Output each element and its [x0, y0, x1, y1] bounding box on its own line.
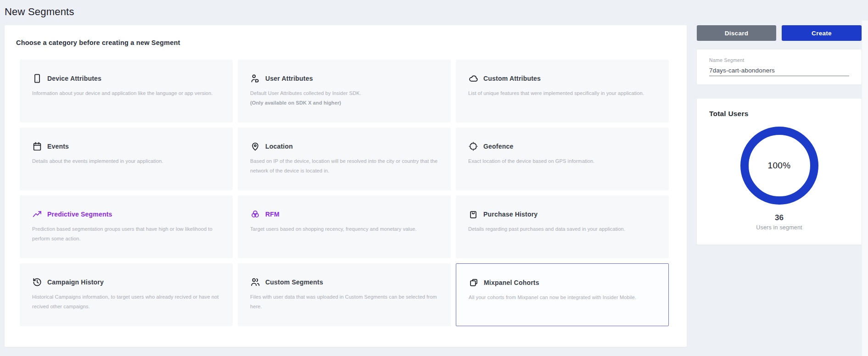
category-card-mixpanel-cohorts[interactable]: Mixpanel CohortsAll your cohorts from Mi…	[456, 263, 669, 326]
category-title: User Attributes	[265, 75, 313, 82]
cohorts-icon	[469, 278, 479, 288]
crosshair-icon	[468, 141, 478, 151]
name-segment-card: Name Segment	[697, 50, 862, 84]
category-description: Default User Attributes collected by Ins…	[250, 89, 444, 108]
total-users-card: Total Users 100% 36 Users in segment	[697, 99, 862, 245]
panel-subtitle: Choose a category before creating a new …	[16, 39, 180, 46]
category-title: Geofence	[483, 143, 513, 150]
category-title-row: RFM	[250, 209, 280, 219]
category-description: List of unique features that were implem…	[468, 89, 662, 98]
category-title-row: Events	[32, 141, 69, 151]
category-description: All your cohorts from Mixpanel can now b…	[469, 293, 662, 302]
user-card-icon	[250, 73, 260, 83]
name-segment-input[interactable]	[709, 65, 849, 76]
category-card-device-attributes[interactable]: Device AttributesInformation about your …	[20, 60, 233, 122]
category-title: Campaign History	[47, 278, 104, 286]
shopping-bag-icon	[468, 209, 478, 219]
category-title-row: Device Attributes	[32, 73, 101, 83]
category-title: Device Attributes	[47, 75, 101, 82]
category-description-note: (Only available on SDK X and higher)	[250, 100, 341, 106]
donut-percentage: 100%	[740, 126, 819, 205]
category-title-row: Predictive Segments	[32, 209, 112, 219]
category-title-row: Mixpanel Cohorts	[469, 278, 539, 288]
category-card-campaign-history[interactable]: Campaign HistoryHistorical Campaigns inf…	[20, 263, 233, 326]
trending-up-icon	[32, 209, 42, 219]
category-card-user-attributes[interactable]: User AttributesDefault User Attributes c…	[238, 60, 451, 122]
category-description: Details regarding past purchases and dat…	[468, 224, 662, 234]
category-description: Historical Campaigns information, to tar…	[32, 292, 226, 312]
category-description: Details about the events implemented in …	[32, 156, 226, 166]
category-title-row: Purchase History	[468, 209, 538, 219]
category-title-row: User Attributes	[250, 73, 313, 83]
device-icon	[32, 73, 42, 83]
category-title: Custom Attributes	[483, 75, 541, 82]
category-card-custom-attributes[interactable]: Custom AttributesList of unique features…	[456, 60, 669, 122]
category-title-row: Location	[250, 141, 293, 151]
users-count-caption: Users in segment	[697, 224, 862, 231]
total-users-donut-chart: 100%	[740, 126, 819, 205]
category-card-events[interactable]: EventsDetails about the events implement…	[20, 128, 233, 190]
category-title: Purchase History	[483, 211, 538, 218]
category-title-row: Campaign History	[32, 277, 104, 287]
category-description: Files with user data that was uploaded i…	[250, 292, 444, 312]
category-description: Prediction based segmentation groups use…	[32, 224, 226, 244]
category-title: RFM	[265, 211, 280, 218]
category-description: Target users based on shopping recency, …	[250, 224, 444, 234]
calendar-icon	[32, 141, 42, 151]
category-card-purchase-history[interactable]: Purchase HistoryDetails regarding past p…	[456, 195, 669, 258]
category-title: Mixpanel Cohorts	[484, 279, 539, 286]
category-card-rfm[interactable]: RFMTarget users based on shopping recenc…	[238, 195, 451, 258]
history-icon	[32, 277, 42, 287]
cloud-icon	[468, 73, 478, 83]
category-description: Based on IP of the device, location will…	[250, 156, 444, 176]
category-card-geofence[interactable]: GeofenceExact location of the device bas…	[456, 128, 669, 190]
category-card-custom-segments[interactable]: Custom SegmentsFiles with user data that…	[238, 263, 451, 326]
scrollbar-track[interactable]	[862, 21, 868, 356]
category-title: Custom Segments	[265, 278, 323, 286]
category-title-row: Custom Segments	[250, 277, 323, 287]
category-title-row: Geofence	[468, 141, 513, 151]
users-icon	[250, 277, 260, 287]
discard-button[interactable]: Discard	[697, 25, 776, 41]
category-description: Information about your device and applic…	[32, 89, 226, 98]
category-card-location[interactable]: LocationBased on IP of the device, locat…	[238, 128, 451, 190]
total-users-title: Total Users	[709, 110, 748, 118]
category-title: Predictive Segments	[47, 211, 112, 218]
category-title: Location	[265, 143, 293, 150]
name-segment-label: Name Segment	[709, 57, 745, 63]
page-title: New Segments	[5, 6, 74, 18]
map-pin-icon	[250, 141, 260, 151]
users-count: 36	[697, 213, 862, 222]
category-title: Events	[47, 143, 69, 150]
category-title-row: Custom Attributes	[468, 73, 541, 83]
category-panel: Choose a category before creating a new …	[5, 25, 687, 347]
category-card-predictive-segments[interactable]: Predictive SegmentsPrediction based segm…	[20, 195, 233, 258]
create-button[interactable]: Create	[782, 25, 862, 41]
category-grid: Device AttributesInformation about your …	[20, 60, 669, 326]
category-description: Exact location of the device based on GP…	[468, 156, 662, 166]
venn-icon	[250, 209, 260, 219]
